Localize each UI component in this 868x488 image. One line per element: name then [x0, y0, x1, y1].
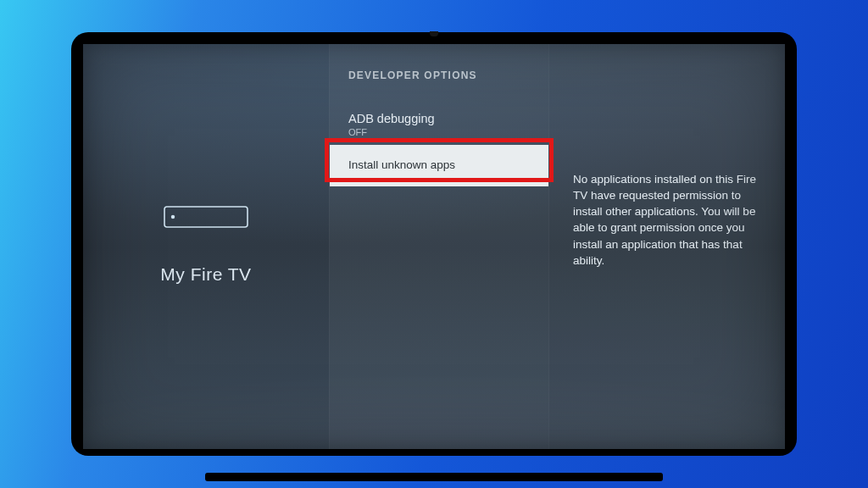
- sidebar-panel: My Fire TV: [83, 44, 329, 449]
- firetv-screen: My Fire TV DEVELOPER OPTIONS ADB debuggi…: [83, 44, 785, 449]
- menu-item-adb-debugging[interactable]: ADB debugging OFF: [330, 103, 548, 145]
- menu-item-value: OFF: [348, 127, 530, 137]
- firetv-stick-icon: [159, 200, 253, 234]
- monitor-stand: [205, 473, 663, 481]
- menu-item-title: ADB debugging: [348, 112, 530, 126]
- menu-panel: DEVELOPER OPTIONS ADB debugging OFF Inst…: [329, 44, 549, 449]
- monitor-frame: My Fire TV DEVELOPER OPTIONS ADB debuggi…: [71, 32, 797, 456]
- svg-point-1: [171, 215, 175, 219]
- sidebar-section-label: My Fire TV: [160, 264, 251, 285]
- menu-item-title: Install unknown apps: [348, 158, 530, 172]
- camera-notch: [430, 31, 438, 36]
- detail-description: No applications installed on this Fire T…: [573, 171, 761, 269]
- menu-item-install-unknown-apps[interactable]: Install unknown apps: [330, 145, 548, 186]
- menu-header: DEVELOPER OPTIONS: [330, 69, 548, 103]
- detail-panel: No applications installed on this Fire T…: [549, 44, 785, 449]
- svg-rect-0: [164, 207, 248, 227]
